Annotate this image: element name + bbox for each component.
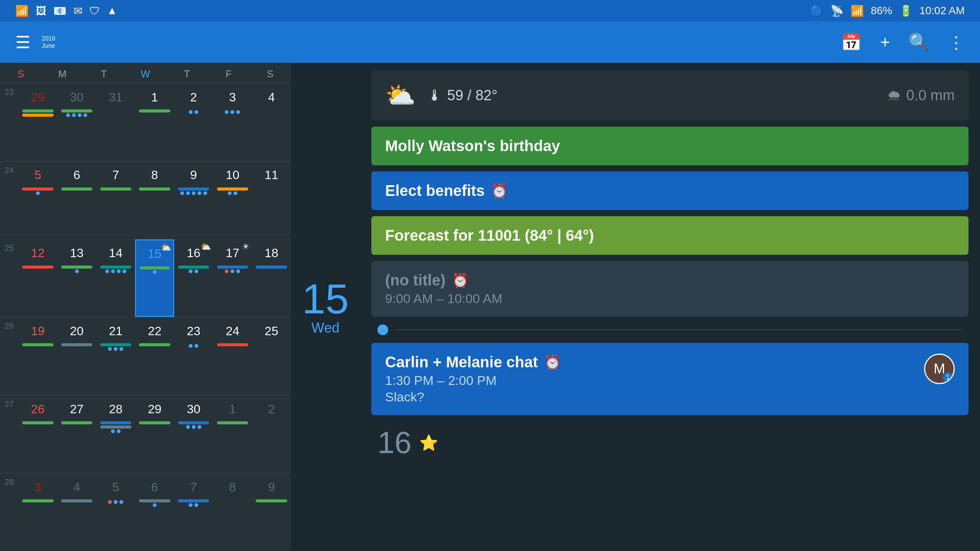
day-8-jul[interactable]: 8 <box>213 473 252 551</box>
event-bar <box>217 343 248 346</box>
day-30-may[interactable]: 30 <box>57 83 96 161</box>
day-29-may[interactable]: 29 <box>18 83 57 161</box>
day-number: 23 <box>183 320 204 342</box>
day-16[interactable]: 16 ⛅ <box>174 240 213 317</box>
day-2-jul[interactable]: 2 <box>252 395 291 473</box>
day-17[interactable]: 17 ☀ <box>213 240 252 317</box>
day-5[interactable]: 5 <box>18 161 57 239</box>
event-bars <box>216 187 250 191</box>
event-bar <box>100 421 132 424</box>
year-label: 2016 <box>42 35 829 42</box>
day-18[interactable]: 18 <box>252 240 291 317</box>
day-header-monday: M <box>42 67 83 82</box>
day-number: 30 <box>66 86 88 108</box>
day-14[interactable]: 14 <box>96 240 135 317</box>
event-title: (no title) ⏰ <box>385 272 955 289</box>
search-button[interactable]: 🔍 <box>908 32 929 52</box>
day-26[interactable]: 26 <box>18 395 57 473</box>
event-no-title[interactable]: (no title) ⏰ 9:00 AM – 10:00 AM <box>371 261 969 317</box>
menu-button[interactable]: ☰ <box>15 33 30 52</box>
selected-day-number: 15 <box>302 278 349 320</box>
day-28[interactable]: 28 <box>96 395 135 473</box>
dot <box>189 110 193 114</box>
dot <box>194 269 198 273</box>
day-3-jun[interactable]: 3 <box>213 83 252 161</box>
day-12[interactable]: 12 <box>18 240 57 317</box>
day-4-jul[interactable]: 4 <box>57 473 96 551</box>
event-birthday[interactable]: Molly Watson's birthday <box>371 127 969 165</box>
week-25-days: 12 13 14 <box>18 240 291 317</box>
day-6-jul[interactable]: 6 <box>135 473 174 551</box>
day-1-jun[interactable]: 1 <box>135 83 174 161</box>
event-dots <box>105 269 126 273</box>
event-bar <box>140 266 170 269</box>
day-24[interactable]: 24 <box>213 317 252 395</box>
day-21[interactable]: 21 <box>96 317 135 395</box>
day-11[interactable]: 11 <box>252 161 291 239</box>
day-27[interactable]: 27 <box>57 395 96 473</box>
day-23[interactable]: 23 <box>174 317 213 395</box>
event-time: 9:00 AM – 10:00 AM <box>385 291 955 306</box>
event-bars <box>176 266 211 269</box>
dot <box>108 500 112 504</box>
event-bars <box>60 187 94 191</box>
day-number: 22 <box>144 320 165 342</box>
weather-icon-day: ☀ <box>242 242 250 252</box>
dot <box>198 191 201 195</box>
dot <box>108 347 112 351</box>
day-5-jul[interactable]: 5 <box>96 473 135 551</box>
event-bars <box>60 499 94 502</box>
event-bars <box>137 109 172 112</box>
week-27-days: 26 27 28 <box>18 395 291 473</box>
status-right-icons: 🔵 📡 📶 86% 🔋 10:02 AM <box>810 5 965 17</box>
day-20[interactable]: 20 <box>57 317 96 395</box>
next-day-marker: 16 ⭐ <box>371 421 969 464</box>
day-10[interactable]: 10 <box>213 161 252 239</box>
day-6[interactable]: 6 <box>57 161 96 239</box>
event-bars <box>21 421 55 424</box>
day-number: 3 <box>27 476 49 498</box>
day-number: 10 <box>222 165 243 186</box>
day-9[interactable]: 9 <box>174 161 213 239</box>
day-number: 11 <box>261 165 282 186</box>
day-number: 3 <box>222 86 243 108</box>
day-29[interactable]: 29 <box>135 395 174 473</box>
day-15-selected[interactable]: 15 ⛅ <box>135 240 174 317</box>
alarm-icon: ⏰ <box>491 183 508 199</box>
event-bar <box>139 343 170 346</box>
day-number: 2 <box>261 398 282 420</box>
add-event-button[interactable]: + <box>880 33 890 52</box>
week-number-23: 23 <box>0 83 18 161</box>
thermometer-icon: 🌡 <box>427 87 443 104</box>
day-2-jun[interactable]: 2 <box>174 83 213 161</box>
day-7-jul[interactable]: 7 <box>174 473 213 551</box>
day-1-jul[interactable]: 1 <box>213 395 252 473</box>
day-3-jul[interactable]: 3 <box>18 473 57 551</box>
event-bar <box>22 343 53 346</box>
dot <box>78 113 82 117</box>
day-13[interactable]: 13 <box>57 240 96 317</box>
day-30[interactable]: 30 <box>174 395 213 473</box>
day-9-jul[interactable]: 9 <box>252 473 291 551</box>
day-4-jun[interactable]: 4 <box>252 83 291 161</box>
dot <box>111 269 115 273</box>
more-options-button[interactable]: ⋮ <box>948 33 965 52</box>
day-22[interactable]: 22 <box>135 317 174 395</box>
event-bar <box>22 114 53 117</box>
battery-text: 86% <box>871 5 892 17</box>
dot <box>230 110 234 114</box>
day-31-may[interactable]: 31 <box>96 83 135 161</box>
day-19[interactable]: 19 <box>18 317 57 395</box>
event-bars <box>60 343 94 346</box>
event-dots <box>225 110 240 114</box>
calendar-view-button[interactable]: 📅 <box>841 32 862 52</box>
dot <box>153 270 157 274</box>
event-forecast[interactable]: Forecast for 11001 (84° | 64°) <box>371 216 969 255</box>
event-elect-benefits[interactable]: Elect benefits ⏰ <box>371 171 969 210</box>
day-number: 1 <box>222 398 243 420</box>
day-8[interactable]: 8 <box>135 161 174 239</box>
event-bar <box>178 187 209 191</box>
day-7[interactable]: 7 <box>96 161 135 239</box>
day-25[interactable]: 25 <box>252 317 291 395</box>
event-carlin-melanie[interactable]: Carlin + Melanie chat ⏰ 1:30 PM – 2:00 P… <box>371 343 969 415</box>
